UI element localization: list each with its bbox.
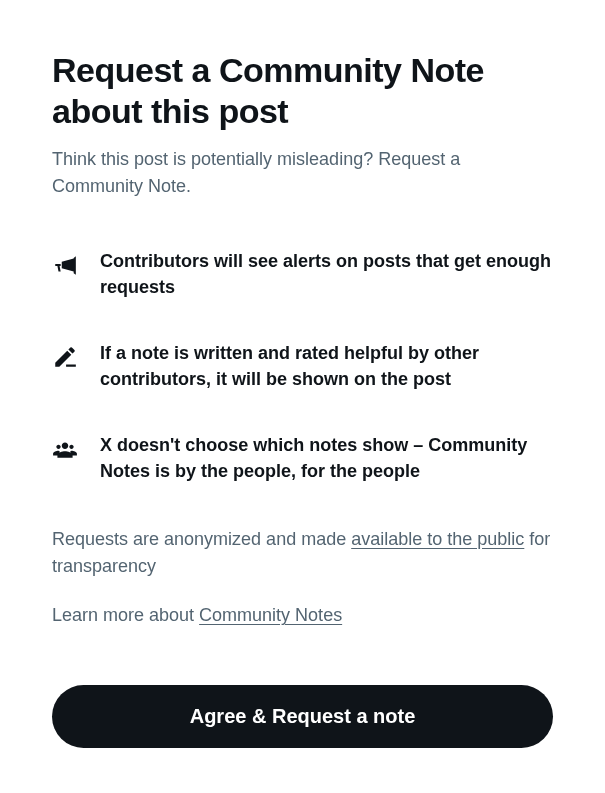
info-item: X doesn't choose which notes show – Comm…: [52, 432, 553, 484]
info-item-text: If a note is written and rated helpful b…: [100, 340, 553, 392]
info-item: Contributors will see alerts on posts th…: [52, 248, 553, 300]
info-list: Contributors will see alerts on posts th…: [52, 248, 553, 485]
people-icon: [52, 436, 78, 462]
community-notes-link[interactable]: Community Notes: [199, 605, 342, 625]
disclaimer-prefix: Requests are anonymized and made: [52, 529, 351, 549]
pencil-icon: [52, 344, 78, 370]
info-item-text: Contributors will see alerts on posts th…: [100, 248, 553, 300]
learn-more-text: Learn more about Community Notes: [52, 602, 553, 629]
agree-request-button[interactable]: Agree & Request a note: [52, 685, 553, 748]
learn-more-prefix: Learn more about: [52, 605, 199, 625]
button-container: Agree & Request a note: [52, 685, 553, 748]
dialog-subtitle: Think this post is potentially misleadin…: [52, 146, 553, 200]
info-item: If a note is written and rated helpful b…: [52, 340, 553, 392]
info-item-text: X doesn't choose which notes show – Comm…: [100, 432, 553, 484]
megaphone-icon: [52, 252, 78, 278]
public-link[interactable]: available to the public: [351, 529, 524, 549]
disclaimer-text: Requests are anonymized and made availab…: [52, 526, 553, 580]
dialog-title: Request a Community Note about this post: [52, 50, 553, 132]
